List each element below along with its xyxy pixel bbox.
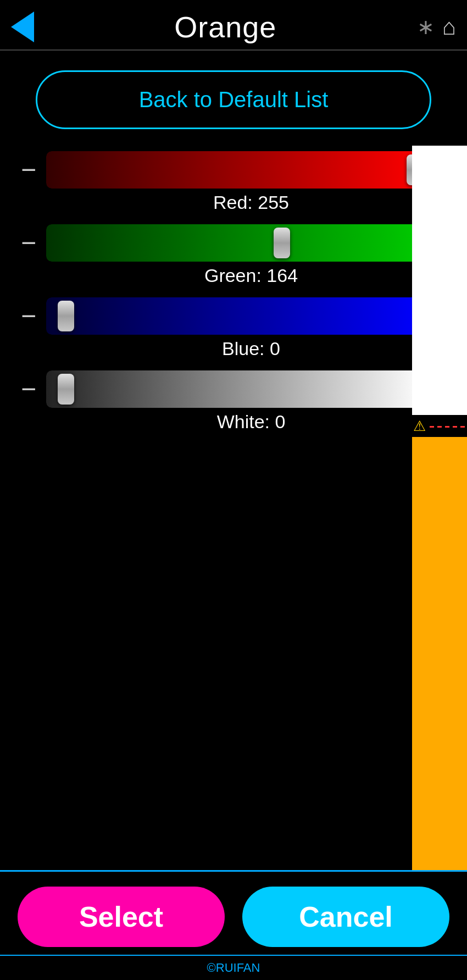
select-button[interactable]: Select <box>18 887 225 947</box>
blue-slider-label: Blue: 0 <box>46 338 456 359</box>
footer: ©RUIFAN <box>0 955 467 980</box>
green-track <box>46 224 426 262</box>
green-minus-button[interactable]: − <box>16 230 41 256</box>
red-track <box>46 151 426 189</box>
sliders-area: − + Red: 255 − + Green: 164 − + <box>0 146 467 959</box>
green-slider-track[interactable] <box>46 224 426 262</box>
green-slider-thumb[interactable] <box>274 228 290 258</box>
green-slider-row: − + <box>16 224 456 262</box>
white-slider-label: White: 0 <box>46 411 456 433</box>
warning-dashed-line <box>430 426 467 428</box>
page-title: Orange <box>34 10 417 44</box>
warning-icon: ⚠ <box>413 418 426 435</box>
red-slider-track[interactable] <box>46 151 426 189</box>
red-slider-label: Red: 255 <box>46 192 456 213</box>
copyright-text: ©RUIFAN <box>207 961 260 975</box>
red-minus-button[interactable]: − <box>16 157 41 183</box>
white-minus-button[interactable]: − <box>16 376 41 402</box>
header: Orange ∗ ⌂ <box>0 0 467 49</box>
header-divider <box>0 49 467 51</box>
white-slider-row: − + <box>16 370 456 408</box>
preview-warning-row: ⚠ <box>412 415 467 437</box>
main-content: − + Red: 255 − + Green: 164 − + <box>0 146 467 959</box>
blue-minus-button[interactable]: − <box>16 303 41 329</box>
header-icons: ∗ ⌂ <box>417 14 456 40</box>
blue-slider-row: − + <box>16 297 456 335</box>
cancel-button[interactable]: Cancel <box>242 887 449 947</box>
back-button[interactable] <box>11 12 34 42</box>
red-slider-row: − + <box>16 151 456 189</box>
blue-slider-track[interactable] <box>46 297 426 335</box>
white-slider-track[interactable] <box>46 370 426 408</box>
blue-slider-thumb[interactable] <box>58 301 74 331</box>
back-to-default-list-button[interactable]: Back to Default List <box>36 70 431 129</box>
white-slider-thumb[interactable] <box>58 374 74 405</box>
green-slider-label: Green: 164 <box>46 265 456 286</box>
bluetooth-icon: ∗ <box>417 15 435 39</box>
blue-track <box>46 297 426 335</box>
white-track <box>46 370 426 408</box>
home-icon[interactable]: ⌂ <box>442 14 456 40</box>
preview-white-section <box>412 146 467 415</box>
color-preview-panel: ⚠ <box>412 146 467 959</box>
